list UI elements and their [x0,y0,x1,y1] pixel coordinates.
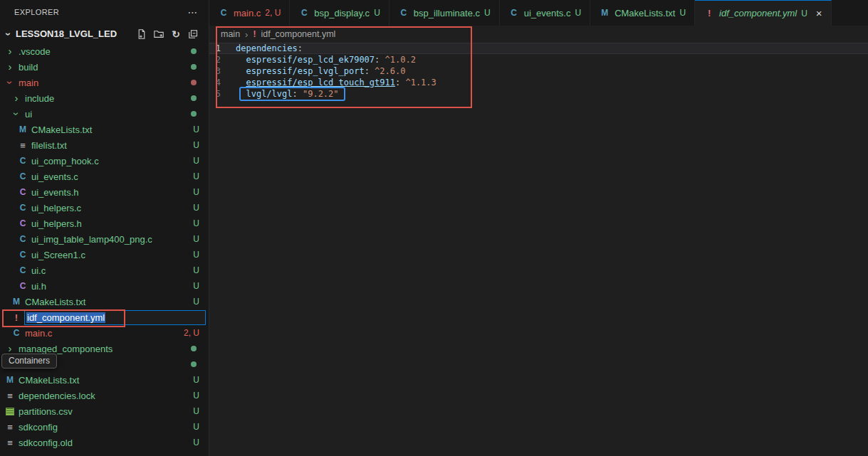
tree-folder-row[interactable]: ›include [0,90,208,106]
editor-tab[interactable]: Cbsp_illuminate.cU [389,0,500,26]
c-source-icon: C [508,8,520,18]
c-source-icon: C [17,265,28,275]
tab-git-badge: U [374,8,380,18]
breadcrumb[interactable]: main › ! idf_component.yml [209,26,868,43]
c-source-icon: C [398,8,409,18]
new-folder-icon[interactable] [153,28,164,40]
code-line[interactable]: 1dependencies: [209,43,868,54]
editor-area: Cmain.c2, UCbsp_display.cUCbsp_illuminat… [209,0,868,456]
file-label: ui [25,109,32,120]
c-source-icon: C [17,203,28,213]
c-header-icon: C [17,187,28,197]
git-status-badge: U [193,391,199,401]
tree-file-row[interactable]: MCMakeLists.txtU [0,122,208,137]
new-file-icon[interactable] [136,28,147,40]
line-number: 5 [209,88,236,100]
code-line[interactable]: 3 espressif/esp_lvgl_port: ^2.6.0 [209,65,868,77]
code-line[interactable]: 5 lvgl/lvgl: "9.2.2" [209,88,868,100]
tree-file-row[interactable]: Cui_img_table_lamp400_png.cU [0,231,208,247]
tree-file-row[interactable]: Cui_Screen1.cU [0,247,208,263]
breadcrumb-file[interactable]: idf_component.yml [261,29,335,39]
tree-file-row[interactable]: ≡sdkconfigU [0,419,208,435]
tab-git-badge: U [484,8,491,18]
tree-file-row[interactable]: ≡dependencies.lockU [0,388,208,403]
tree-file-row[interactable]: Cui.cU [0,263,208,278]
code-text: espressif/esp_lcd_ek79007: ^1.0.2 [236,54,416,65]
file-label: partitions.csv [19,406,73,417]
git-status-badge: U [193,422,199,432]
text-file-icon: ≡ [4,391,16,401]
editor-tab[interactable]: MCMakeLists.txtU [590,0,695,26]
tree-file-row[interactable]: !idf_component.yml [0,309,208,325]
tree-file-row[interactable]: Cui.hU [0,278,208,294]
git-status-dot [191,346,197,351]
makefile-icon: M [11,297,22,307]
line-number: 2 [209,54,236,65]
git-status-badge: U [193,156,199,166]
tree-folder-row[interactable]: ›main [0,75,208,90]
explorer-toolbar: ↻ [136,28,199,40]
tree-file-row[interactable]: MCMakeLists.txtU [0,294,208,309]
file-label: include [25,93,54,104]
tree-file-row[interactable]: Cui_events.hU [0,184,208,200]
close-icon[interactable]: × [816,9,822,18]
git-status-badge: U [193,375,199,385]
breadcrumb-folder[interactable]: main [221,29,240,39]
project-root-label: LESSON18_LVGL_LED [16,28,117,39]
tab-bar: Cmain.c2, UCbsp_display.cUCbsp_illuminat… [209,0,868,26]
tree-file-row[interactable]: MCMakeLists.txtU [0,372,208,388]
editor-tab[interactable]: Cmain.c2, U [209,0,290,26]
collapse-all-icon[interactable] [187,28,199,40]
file-label: ui.c [31,265,46,276]
yaml-file-icon: ! [253,29,256,39]
chevron-down-icon: › [11,108,21,120]
rename-input[interactable]: idf_component.yml [24,310,206,325]
text-file-icon: ≡ [17,140,28,151]
tab-git-badge: U [679,8,686,18]
code-line[interactable]: 2 espressif/esp_lcd_ek79007: ^1.0.2 [209,54,868,65]
tree-file-row[interactable]: Cui_helpers.cU [0,200,208,216]
file-label: sdkconfig.old [19,438,73,448]
file-label: ui_events.h [31,187,79,198]
git-status-badge: U [193,140,199,150]
tree-folder-row[interactable]: ›build [0,59,208,75]
editor-tab[interactable]: !idf_component.ymlU× [695,0,832,26]
git-status-badge: U [193,438,199,447]
tree-file-row[interactable]: ≡sdkconfig.oldU [0,435,208,450]
tab-git-badge: 2, U [265,8,281,18]
tree-file-row[interactable]: Cui_comp_hook.cU [0,153,208,169]
tree-file-row[interactable]: Cui_helpers.hU [0,216,208,231]
project-root-row[interactable]: › LESSON18_LVGL_LED ↻ [0,24,208,43]
code-editor[interactable]: 1dependencies:2 espressif/esp_lcd_ek7900… [209,43,868,100]
refresh-icon[interactable]: ↻ [170,28,182,40]
explorer-title: EXPLORER [14,8,59,16]
tree-file-row[interactable]: Cui_events.cU [0,169,208,184]
line-number: 1 [209,43,236,54]
tree-folder-row[interactable]: ›.vscode [0,43,208,59]
file-tree: ›.vscode›build›main›include›uiMCMakeList… [0,43,208,450]
code-text: lvgl/lvgl: "9.2.2" [236,88,339,100]
code-text: dependencies: [236,43,303,54]
tab-git-badge: U [575,8,581,18]
more-actions-icon[interactable]: ⋯ [188,6,198,18]
git-status-dot [191,95,197,101]
git-status-dot [191,64,197,70]
file-label: ui_helpers.h [31,218,82,229]
editor-tab[interactable]: Cui_events.cU [500,0,590,26]
git-status-dot [191,80,197,85]
chevron-right-icon: › [4,46,16,56]
tree-file-row[interactable]: partitions.csvU [0,403,208,419]
file-label: CMakeLists.txt [19,375,79,386]
git-status-dot [191,361,197,367]
explorer-sidebar: EXPLORER ⋯ › LESSON18_LVGL_LED ↻ ›.vscod… [0,0,209,456]
tab-label: CMakeLists.txt [615,8,675,18]
tree-file-row[interactable]: ≡filelist.txtU [0,137,208,153]
tree-folder-row[interactable]: ›ui [0,106,208,122]
git-status-badge: U [193,124,199,134]
git-status-badge: U [193,218,199,228]
editor-tab[interactable]: Cbsp_display.cU [290,0,389,26]
c-source-icon: C [17,156,28,166]
git-status-badge: U [193,187,199,197]
tree-file-row[interactable]: Cmain.c2, U [0,325,208,341]
file-label: ui_helpers.c [31,203,81,213]
